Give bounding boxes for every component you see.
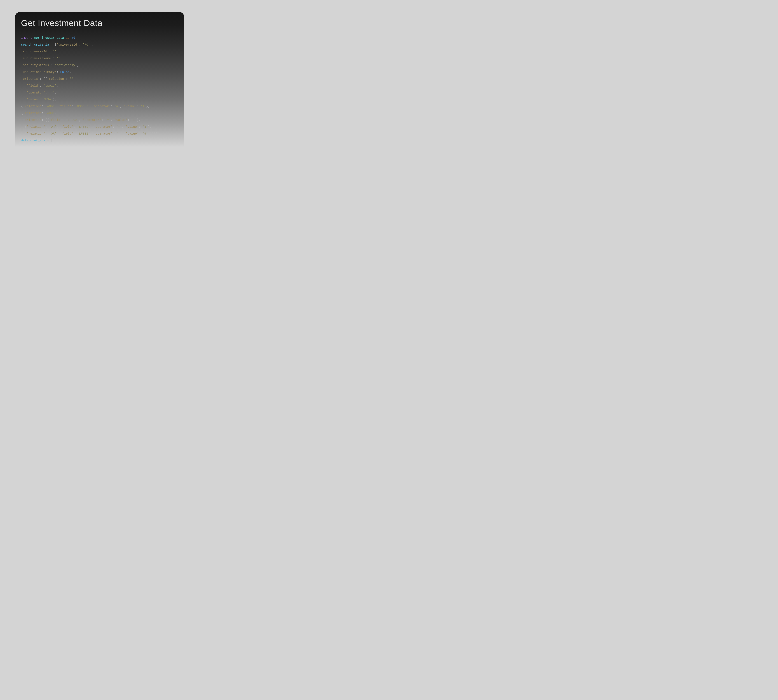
code-line-4: 'subUniverseName': '', [21,57,62,60]
code-block: Import morningstar_data as md search_cri… [21,35,178,144]
title-divider [21,31,178,31]
code-line-6: 'useDefinedPrimary': False, [21,70,72,74]
code-line-14: {'relation': 'OR', 'field': 'LF002', 'op… [21,125,152,128]
code-line-8: 'field': 'LS017', [21,84,58,88]
code-line-1: Import morningstar_data as md [21,36,75,40]
code-line-2: search_criteria = {'universeId': 'FO' , [21,43,94,47]
code-line-16: datapoint_ids = [ [21,139,53,142]
slide-card: Get Investment Data Import morningstar_d… [15,12,184,147]
code-line-11: {'relation': 'AND', 'field': 'OS00H', 'o… [21,105,150,108]
code-line-12: {'relation': 'AND', [21,112,57,115]
var-datapoint-ids: datapoint_ids [21,139,45,142]
module-name: morningstar_data [34,36,64,40]
code-line-5: 'securityStatus': 'activeonly', [21,63,79,67]
keyword-false: False [60,70,70,74]
code-line-7: 'criteria': [{'relation': '', [21,77,75,81]
code-line-3: 'subUniverseId': '', [21,50,58,53]
code-line-13: 'criteria': [{'field': 'LF002', 'operato… [21,118,140,122]
keyword-import: Import [21,36,32,40]
code-line-9: 'operator': '=', [21,91,57,94]
slide-title: Get Investment Data [21,18,178,28]
code-line-15: {'relation': 'OR', 'field': 'LF002', 'op… [21,132,157,135]
keyword-as: as [66,36,70,40]
code-line-10: 'value': 'USA'}, [21,98,57,101]
var-search-criteria: search_criteria [21,43,49,47]
module-alias: md [72,36,75,40]
